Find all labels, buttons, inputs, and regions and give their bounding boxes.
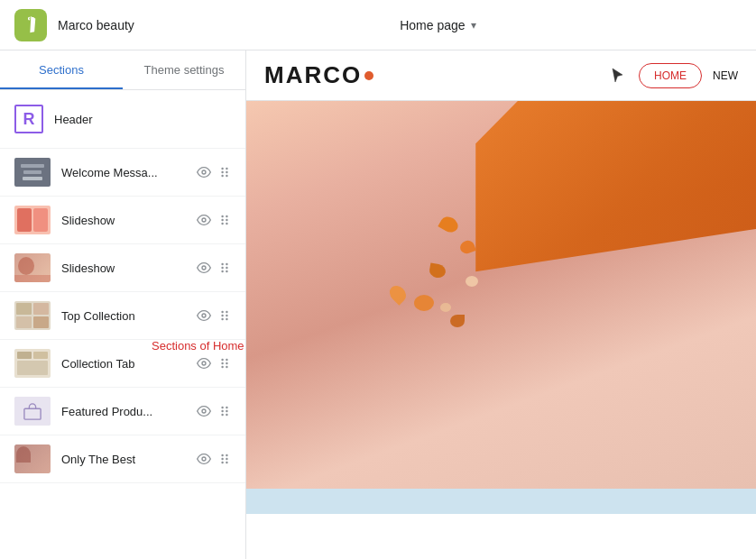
svg-point-2 <box>226 168 227 170</box>
marco-nav: HOME NEW <box>612 63 738 88</box>
svg-point-49 <box>226 462 227 463</box>
visibility-icon[interactable] <box>197 308 211 323</box>
svg-point-9 <box>226 215 227 217</box>
section-item-label: Collection Tab <box>61 357 197 371</box>
visibility-icon[interactable] <box>197 213 211 227</box>
list-item[interactable]: Only The Best <box>0 435 245 483</box>
svg-point-17 <box>221 267 223 269</box>
header-section-item[interactable]: R Header <box>0 90 245 149</box>
section-actions <box>197 452 231 466</box>
section-item-label: Slideshow <box>61 261 197 275</box>
sidebar-tabs: Sections Theme settings <box>0 50 245 90</box>
section-item-label: Only The Best <box>61 453 197 466</box>
svg-point-48 <box>221 462 223 463</box>
list-item[interactable]: Top Collection <box>0 292 245 340</box>
svg-point-4 <box>226 171 227 173</box>
section-thumbnail <box>14 397 51 426</box>
svg-point-16 <box>226 263 227 265</box>
svg-point-3 <box>221 171 223 173</box>
marco-home-button[interactable]: HOME <box>639 63 702 88</box>
header-label: Header <box>54 113 231 126</box>
list-item[interactable]: Collection Tab <box>0 340 245 388</box>
sidebar: Sections Theme settings R Header <box>0 50 246 559</box>
list-item[interactable]: Slideshow <box>0 244 245 292</box>
drag-handle-icon[interactable] <box>218 213 231 227</box>
svg-point-37 <box>221 407 223 408</box>
svg-point-34 <box>226 366 227 368</box>
visibility-icon[interactable] <box>197 261 211 275</box>
page-selector[interactable]: Home page ▾ <box>400 18 475 32</box>
svg-point-18 <box>226 267 227 269</box>
svg-point-42 <box>226 414 227 416</box>
svg-point-6 <box>226 175 227 177</box>
section-thumbnail <box>14 206 51 234</box>
section-actions <box>197 165 231 179</box>
svg-point-0 <box>202 170 206 174</box>
tab-theme-settings[interactable]: Theme settings <box>123 50 245 89</box>
visibility-icon[interactable] <box>197 165 211 179</box>
svg-point-33 <box>221 366 223 368</box>
svg-point-13 <box>226 223 227 225</box>
svg-point-32 <box>226 362 227 364</box>
visibility-icon[interactable] <box>197 452 211 466</box>
section-thumbnail <box>14 253 51 282</box>
marco-site-header: MARCO HOME NEW <box>246 50 756 101</box>
page-selector-label: Home page <box>400 18 465 32</box>
visibility-icon[interactable] <box>197 356 211 371</box>
preview-area: MARCO HOME NEW <box>246 50 756 559</box>
top-bar: Marco beauty Home page ▾ <box>0 0 756 50</box>
drag-handle-icon[interactable] <box>218 452 231 466</box>
svg-point-30 <box>226 359 227 361</box>
svg-point-1 <box>221 168 223 170</box>
tab-sections[interactable]: Sections <box>0 50 123 89</box>
svg-point-15 <box>221 263 223 265</box>
store-name: Marco beauty <box>58 18 134 32</box>
preview-frame: MARCO HOME NEW <box>246 50 756 559</box>
svg-point-19 <box>221 270 223 272</box>
marco-logo: MARCO <box>264 61 373 89</box>
svg-point-45 <box>226 454 227 456</box>
svg-point-36 <box>202 409 206 413</box>
section-actions <box>197 261 231 275</box>
marco-dot <box>364 71 373 80</box>
drag-handle-icon[interactable] <box>218 165 231 179</box>
svg-point-12 <box>221 223 223 225</box>
svg-point-46 <box>221 458 223 460</box>
svg-point-8 <box>221 215 223 217</box>
svg-point-31 <box>221 362 223 364</box>
shopify-logo <box>14 9 47 41</box>
svg-point-20 <box>226 270 227 272</box>
chevron-down-icon: ▾ <box>471 19 476 32</box>
svg-point-40 <box>226 410 227 412</box>
svg-point-22 <box>221 311 223 313</box>
drag-handle-icon[interactable] <box>218 308 231 323</box>
svg-point-23 <box>226 311 227 313</box>
section-item-label: Slideshow <box>61 214 197 227</box>
marco-new-label: NEW <box>713 69 738 82</box>
svg-point-10 <box>221 219 223 221</box>
marco-bottom-strip <box>246 489 756 514</box>
drag-handle-icon[interactable] <box>218 261 231 275</box>
list-item[interactable]: Welcome Messa... <box>0 149 245 197</box>
section-item-label: Featured Produ... <box>61 405 197 418</box>
svg-point-7 <box>202 218 206 222</box>
header-icon: R <box>14 105 43 133</box>
section-actions <box>197 404 231 418</box>
list-item[interactable]: Slideshow <box>0 197 245 244</box>
svg-point-25 <box>226 315 227 316</box>
svg-rect-35 <box>24 408 41 419</box>
svg-point-47 <box>226 458 227 460</box>
svg-point-28 <box>202 362 206 365</box>
svg-point-24 <box>221 315 223 316</box>
section-thumbnail <box>14 444 51 473</box>
svg-point-26 <box>221 318 223 320</box>
visibility-icon[interactable] <box>197 404 211 418</box>
section-actions <box>197 308 231 323</box>
svg-point-38 <box>226 407 227 408</box>
svg-point-39 <box>221 410 223 412</box>
drag-handle-icon[interactable] <box>218 356 231 371</box>
list-item[interactable]: Featured Produ... <box>0 388 245 435</box>
sidebar-content: R Header Welcome Messa... <box>0 90 245 559</box>
drag-handle-icon[interactable] <box>218 404 231 418</box>
section-actions <box>197 213 231 227</box>
